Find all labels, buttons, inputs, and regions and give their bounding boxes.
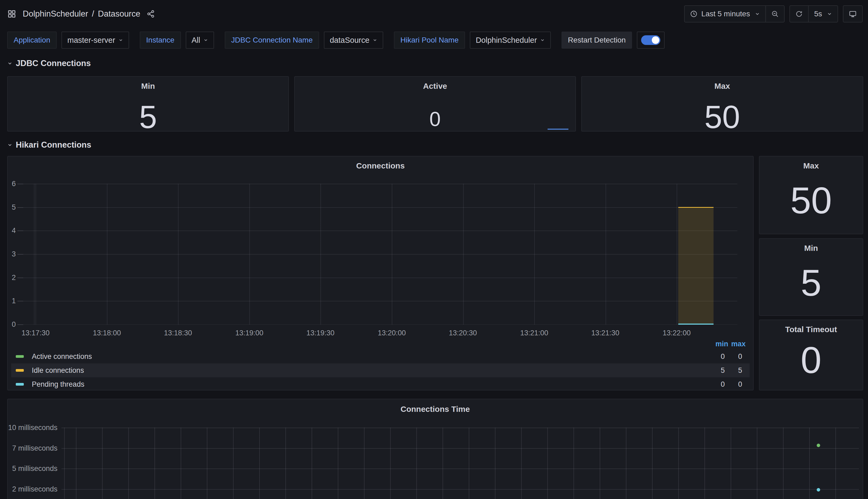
stat-panel-total-timeout: Total Timeout 0 — [759, 319, 863, 390]
panel-connections-time: Connections Time 10 milliseconds 7 milli… — [7, 399, 863, 499]
legend-row-idle-connections[interactable]: Idle connections 5 5 — [11, 363, 750, 377]
panel-title-connections[interactable]: Connections — [8, 161, 753, 170]
template-variables-bar: Application master-server Instance All J… — [7, 32, 665, 49]
kiosk-group — [843, 5, 863, 23]
y-axis-tick: 3 — [8, 250, 16, 258]
kiosk-mode-button[interactable] — [843, 6, 862, 22]
refresh-button[interactable] — [790, 6, 808, 22]
stat-value-min: 5 — [8, 101, 288, 133]
stat-value-max: 50 — [582, 101, 863, 133]
y-axis-tick: 2 — [8, 273, 16, 282]
chevron-down-icon — [373, 38, 377, 42]
breadcrumb-current-page[interactable]: Datasource — [98, 9, 140, 19]
dashboard-grid-icon[interactable] — [7, 9, 16, 19]
filter-label-instance[interactable]: Instance — [140, 32, 181, 49]
stat-panel-jdbc-min: Min 5 — [7, 76, 289, 132]
stat-value-hikari-max: 50 — [759, 182, 863, 219]
stat-value-active: 0 — [295, 109, 575, 129]
filter-selected-hikari-pool-name: DolphinScheduler — [476, 36, 537, 45]
refresh-interval-label: 5s — [814, 10, 822, 18]
restart-detection-toggle-box — [637, 32, 665, 49]
chevron-down-icon — [755, 11, 760, 16]
panel-title-total-timeout[interactable]: Total Timeout — [759, 325, 863, 334]
refresh-controls-group: 5s — [790, 5, 838, 23]
filter-value-instance[interactable]: All — [186, 32, 214, 49]
chevron-down-icon — [540, 38, 545, 42]
legend-swatch-green — [16, 355, 24, 358]
panel-title-active[interactable]: Active — [295, 82, 575, 91]
refresh-interval-dropdown[interactable]: 5s — [808, 6, 838, 22]
x-axis-tick: 13:19:30 — [306, 329, 334, 337]
stat-panel-jdbc-max: Max 50 — [581, 76, 863, 132]
filter-selected-jdbc-connection-name: dataSource — [330, 36, 369, 45]
idle-connections-area-series — [678, 207, 714, 325]
section-header-hikari-connections[interactable]: Hikari Connections — [7, 139, 91, 150]
clock-icon — [690, 10, 697, 17]
panel-title-connections-time[interactable]: Connections Time — [8, 405, 863, 414]
grafana-dashboard: DolphinScheduler / Datasource — [0, 0, 868, 499]
section-title-jdbc: JDBC Connections — [16, 59, 91, 68]
x-axis-tick: 13:18:30 — [164, 329, 192, 337]
stat-value-hikari-min: 5 — [759, 264, 863, 302]
filter-value-hikari-pool-name[interactable]: DolphinScheduler — [470, 32, 551, 49]
filter-value-jdbc-connection-name[interactable]: dataSource — [324, 32, 383, 49]
panel-connections: Connections 6 5 4 3 2 1 0 13:17:30 13:18… — [7, 156, 754, 390]
y-axis-label: 2 milliseconds — [8, 485, 58, 494]
share-icon[interactable] — [147, 10, 155, 18]
x-axis-tick: 13:22:00 — [663, 329, 691, 337]
panel-title-max[interactable]: Max — [582, 82, 863, 91]
legend-swatch-cyan — [16, 383, 24, 386]
y-axis-tick: 6 — [8, 180, 16, 188]
section-title-hikari: Hikari Connections — [16, 140, 91, 150]
y-axis-tick: 5 — [8, 203, 16, 211]
filter-label-application[interactable]: Application — [7, 32, 56, 49]
x-axis-tick: 13:20:30 — [449, 329, 477, 337]
refresh-icon — [795, 10, 803, 17]
zoom-out-time-button[interactable] — [765, 6, 784, 22]
connections-plot-area[interactable] — [23, 184, 737, 325]
chevron-down-icon — [7, 142, 13, 148]
y-axis-tick: 1 — [8, 296, 16, 305]
legend-label: Pending threads — [32, 380, 85, 389]
legend-swatch-yellow — [16, 369, 24, 372]
time-range-label: Last 5 minutes — [701, 10, 750, 18]
time-range-picker[interactable]: Last 5 minutes — [685, 6, 765, 22]
breadcrumb-dashboard-title[interactable]: DolphinScheduler — [23, 9, 88, 19]
restart-detection-toggle[interactable] — [641, 35, 661, 45]
legend-row-pending-threads[interactable]: Pending threads 0 0 — [11, 377, 750, 391]
toggle-knob — [652, 36, 659, 44]
y-axis-tick: 4 — [8, 226, 16, 235]
panel-title-hikari-min[interactable]: Min — [759, 244, 863, 253]
chevron-down-icon — [203, 38, 208, 42]
section-header-jdbc-connections[interactable]: JDBC Connections — [7, 58, 91, 69]
filter-label-jdbc-connection-name[interactable]: JDBC Connection Name — [225, 32, 319, 49]
panel-title-hikari-max[interactable]: Max — [759, 161, 863, 170]
legend-label: Active connections — [32, 352, 92, 361]
legend-label: Idle connections — [32, 366, 84, 375]
y-axis-label: 7 milliseconds — [8, 444, 58, 452]
legend-max-value: 5 — [721, 366, 742, 375]
restart-detection-label: Restart Detection — [562, 32, 632, 49]
filter-label-hikari-pool-name[interactable]: Hikari Pool Name — [394, 32, 465, 49]
data-point-cyan — [817, 488, 820, 491]
legend-header-max[interactable]: max — [724, 340, 746, 349]
time-controls-group: Last 5 minutes — [684, 5, 784, 23]
x-axis-tick: 13:18:00 — [93, 329, 121, 337]
legend-row-active-connections[interactable]: Active connections 0 0 — [11, 350, 750, 363]
connections-time-plot-area[interactable] — [62, 428, 859, 499]
filter-value-application[interactable]: master-server — [62, 32, 129, 49]
stat-value-total-timeout: 0 — [759, 341, 863, 379]
legend-max-value: 0 — [721, 380, 742, 389]
legend-max-value: 0 — [721, 352, 742, 361]
breadcrumb: DolphinScheduler / Datasource — [23, 9, 140, 19]
chevron-down-icon — [118, 38, 123, 42]
stat-panel-hikari-max: Max 50 — [759, 156, 863, 234]
breadcrumb-separator: / — [92, 9, 95, 19]
filter-selected-instance: All — [192, 36, 200, 45]
active-sparkline — [548, 129, 568, 130]
panel-title-min[interactable]: Min — [8, 82, 288, 91]
chevron-down-icon — [827, 11, 832, 16]
filter-selected-application: master-server — [67, 36, 115, 45]
y-axis-tick-marks — [17, 184, 23, 325]
monitor-icon — [849, 10, 857, 18]
